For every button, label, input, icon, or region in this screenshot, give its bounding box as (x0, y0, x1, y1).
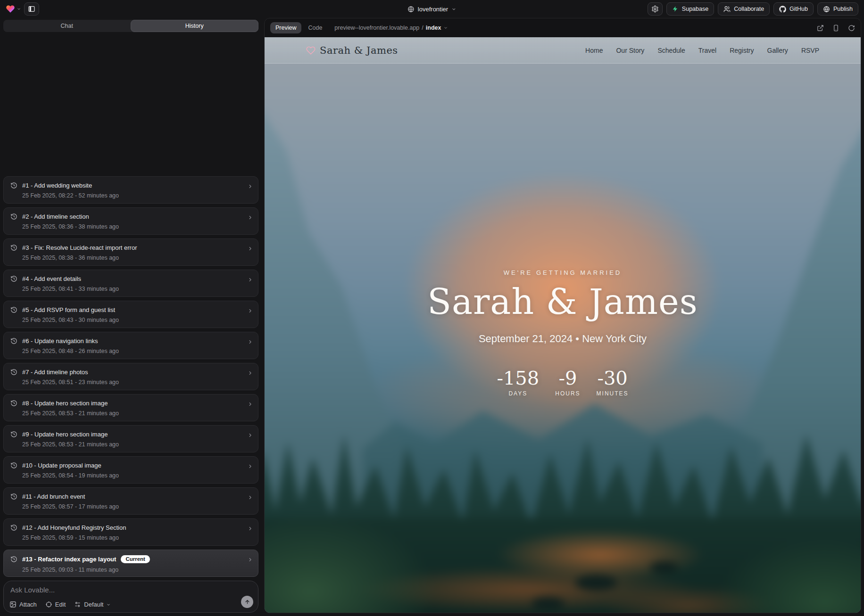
hero-eyebrow: WE'RE GETTING MARRIED (504, 269, 622, 276)
history-icon (10, 213, 17, 220)
history-icon (10, 493, 17, 500)
smartphone-icon[interactable] (832, 25, 839, 32)
history-item-title: #1 - Add wedding website (22, 182, 92, 189)
history-item[interactable]: #10 - Update proposal image 25 Feb 2025,… (3, 456, 258, 484)
history-item[interactable]: #2 - Add timeline section 25 Feb 2025, 0… (3, 207, 258, 235)
site-nav-link[interactable]: Schedule (657, 47, 685, 54)
countdown-label: MINUTES (597, 390, 629, 397)
history-item-timestamp: 25 Feb 2025, 08:51 - 23 minutes ago (22, 379, 242, 386)
chevron-down-icon (451, 7, 457, 12)
history-item[interactable]: #4 - Add event details 25 Feb 2025, 08:4… (3, 270, 258, 297)
github-icon (779, 6, 786, 13)
history-item-timestamp: 25 Feb 2025, 08:54 - 19 minutes ago (22, 472, 242, 479)
history-icon (10, 182, 17, 189)
settings-button[interactable] (648, 2, 663, 16)
sidebar-toggle-button[interactable] (24, 2, 39, 16)
chevron-down-icon (443, 25, 448, 30)
countdown-unit: -30 MINUTES (597, 369, 629, 397)
history-icon (10, 556, 17, 563)
mode-select[interactable]: Default (74, 601, 111, 608)
history-item-timestamp: 25 Feb 2025, 08:43 - 30 minutes ago (22, 317, 242, 323)
countdown-value: -9 (558, 369, 577, 387)
gear-icon (651, 5, 659, 13)
app-window: { "colors": { "supabase_green": "#3ECF8E… (0, 0, 864, 616)
history-item[interactable]: #7 - Add timeline photos 25 Feb 2025, 08… (3, 363, 258, 390)
site-brand[interactable]: Sarah & James (306, 45, 398, 56)
history-icon (10, 275, 17, 282)
history-item[interactable]: #12 - Add Honeyfund Registry Section 25 … (3, 518, 258, 546)
history-item-timestamp: 25 Feb 2025, 08:57 - 17 minutes ago (22, 503, 242, 510)
site-nav-link[interactable]: RSVP (801, 47, 819, 54)
tab-code[interactable]: Code (308, 25, 322, 31)
tab-history[interactable]: History (131, 20, 259, 32)
chevron-down-icon (17, 7, 21, 11)
top-bar: lovefrontier Supabase Collaborate GitHub (0, 0, 864, 18)
supabase-bolt-icon (672, 6, 679, 12)
history-item[interactable]: #9 - Update hero section image 25 Feb 20… (3, 425, 258, 452)
history-item[interactable]: #6 - Update navigation links 25 Feb 2025… (3, 332, 258, 359)
history-item[interactable]: #5 - Add RSVP form and guest list 25 Feb… (3, 301, 258, 328)
chevron-right-icon (247, 557, 253, 563)
chevron-right-icon (247, 246, 253, 252)
globe-icon (407, 6, 415, 13)
history-item-title: #7 - Add timeline photos (22, 369, 88, 376)
history-icon (10, 337, 17, 345)
chat-sidebar: Chat History #1 - Add wedding website 25… (0, 18, 261, 616)
history-item[interactable]: #3 - Fix: Resolve Lucide-react import er… (3, 238, 258, 266)
collaborate-label: Collaborate (734, 6, 764, 12)
countdown-label: HOURS (555, 390, 580, 397)
history-icon (10, 462, 17, 469)
panel-left-icon (28, 5, 35, 13)
history-icon (10, 244, 17, 251)
history-item-title: #10 - Update proposal image (22, 462, 101, 469)
site-nav-link[interactable]: Home (585, 47, 603, 54)
site-nav-link[interactable]: Gallery (767, 47, 788, 54)
prompt-input[interactable] (10, 586, 213, 594)
mode-label: Default (84, 601, 103, 608)
history-item[interactable]: #13 - Refactor index page layout Current… (3, 550, 258, 577)
collaborate-button[interactable]: Collaborate (718, 2, 770, 16)
tab-preview[interactable]: Preview (270, 22, 301, 33)
hero-subtitle: September 21, 2024 • New York City (479, 333, 647, 345)
website-preview: Sarah & James Home Our Story Schedule Tr… (265, 37, 861, 613)
site-nav-link[interactable]: Travel (698, 47, 716, 54)
github-button[interactable]: GitHub (773, 2, 814, 16)
site-nav-link[interactable]: Registry (730, 47, 754, 54)
preview-url[interactable]: preview--lovefrontier.lovable.app / inde… (334, 25, 448, 31)
countdown-unit: -9 HOURS (555, 369, 580, 397)
hero-section: WE'RE GETTING MARRIED Sarah & James Sept… (265, 37, 861, 613)
supabase-button[interactable]: Supabase (666, 2, 714, 16)
chevron-right-icon (247, 308, 253, 314)
history-list: #1 - Add wedding website 25 Feb 2025, 08… (3, 176, 258, 577)
history-item-timestamp: 25 Feb 2025, 08:36 - 38 minutes ago (22, 223, 242, 230)
attach-button[interactable]: Attach (9, 601, 37, 608)
site-nav-link[interactable]: Our Story (616, 47, 644, 54)
site-nav-links: Home Our Story Schedule Travel Registry … (585, 47, 819, 54)
tab-chat[interactable]: Chat (3, 20, 131, 32)
external-link-icon[interactable] (817, 25, 824, 32)
lovable-logo-menu[interactable] (6, 4, 21, 14)
countdown: -158 DAYS -9 HOURS -30 MINUTES (497, 369, 628, 397)
history-item[interactable]: #8 - Update hero section image 25 Feb 20… (3, 394, 258, 421)
send-button[interactable] (241, 596, 253, 608)
history-item-title: #5 - Add RSVP form and guest list (22, 306, 115, 313)
edit-button[interactable]: Edit (45, 601, 66, 608)
supabase-label: Supabase (682, 6, 708, 12)
chevron-right-icon (247, 463, 253, 469)
history-item[interactable]: #11 - Add brunch event 25 Feb 2025, 08:5… (3, 487, 258, 515)
refresh-icon[interactable] (848, 25, 855, 32)
history-item-title: #4 - Add event details (22, 275, 81, 282)
preview-toolbar: Preview Code preview--lovefrontier.lovab… (265, 18, 861, 37)
users-icon (723, 6, 731, 13)
project-selector[interactable]: lovefrontier (407, 0, 457, 18)
chevron-right-icon (247, 339, 253, 345)
github-label: GitHub (789, 6, 808, 12)
countdown-value: -158 (497, 369, 539, 387)
sidebar-tabs: Chat History (3, 20, 258, 32)
history-icon (10, 400, 17, 407)
publish-label: Publish (833, 6, 853, 12)
chevron-right-icon (247, 277, 253, 283)
publish-button[interactable]: Publish (817, 2, 858, 16)
hero-title: Sarah & James (427, 284, 698, 320)
history-item[interactable]: #1 - Add wedding website 25 Feb 2025, 08… (3, 176, 258, 204)
